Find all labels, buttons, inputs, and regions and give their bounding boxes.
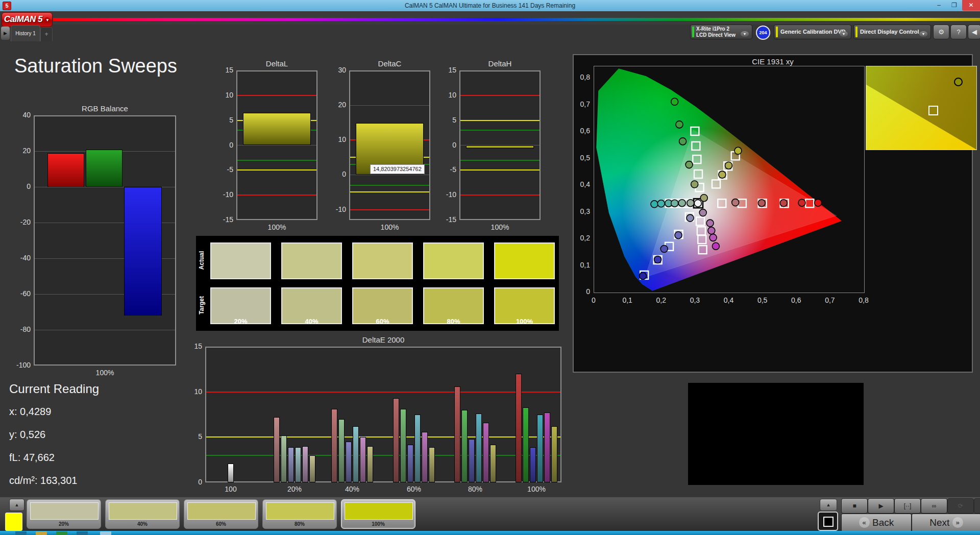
bar (483, 423, 489, 482)
swatch-col-label: 100% (494, 318, 555, 325)
pattern-card-label: 80% (263, 521, 336, 527)
tick-label: 0 (326, 170, 346, 178)
current-test-color-swatch[interactable] (5, 513, 22, 531)
limit-line (460, 95, 540, 96)
measure-point (780, 200, 787, 207)
tick-label: 30 (326, 66, 346, 74)
measure-point (671, 98, 678, 105)
back-button[interactable]: « Back (841, 514, 912, 532)
display-control-dropdown[interactable]: Direct Display Control ▼ (853, 25, 931, 39)
reading-count-badge[interactable]: 204 (756, 26, 770, 40)
swatch-col-label: 40% (281, 318, 342, 325)
limit-line (460, 169, 540, 171)
pattern-card-60%[interactable]: 60% (184, 499, 258, 529)
tick-label: -60 (10, 289, 31, 298)
grid-line (35, 330, 175, 330)
bar (530, 447, 536, 482)
tick-label: 0 (213, 141, 233, 149)
help-icon[interactable]: ? (950, 25, 967, 39)
swatch-row-label: Target (198, 287, 205, 323)
expand-up-button-left[interactable]: ▲ (9, 499, 24, 511)
pattern-card-label: 20% (27, 521, 101, 527)
measure-point (706, 220, 714, 227)
taskbar-icon-active[interactable] (100, 531, 111, 535)
cie-y-tick: 0,6 (571, 127, 590, 135)
taskbar-icon[interactable] (36, 531, 47, 535)
pattern-preview-window (688, 383, 864, 485)
tab-scroll-button[interactable]: ▶ (1, 27, 10, 40)
black-square-icon (823, 517, 834, 527)
tick-label: -15 (213, 215, 233, 224)
calman-window: 5 CalMAN 5 CalMAN Ultimate for Business … (0, 0, 980, 535)
measure-point (671, 200, 678, 207)
bar (393, 398, 399, 482)
measure-point (712, 242, 719, 250)
limit-line (350, 185, 429, 186)
taskbar-icon[interactable] (15, 531, 27, 535)
bar (360, 437, 366, 482)
window-title: CalMAN 5 CalMAN Ultimate for Business 14… (0, 2, 980, 9)
maximize-button[interactable]: ❐ (947, 0, 962, 11)
tick-label: 5 (436, 116, 456, 124)
pattern-window-toggle[interactable] (818, 512, 838, 531)
meter-dropdown[interactable]: X-Rite i1Pro 2 LCD Direct View ▼ (690, 25, 752, 39)
tick-label: 10 (182, 387, 202, 396)
expand-up-button-right[interactable]: ▲ (820, 499, 837, 511)
pattern-card-20%[interactable]: 20% (27, 499, 101, 529)
extra-button (974, 498, 980, 514)
taskbar-icon[interactable] (77, 531, 88, 535)
logo-dropdown-icon: ▼ (44, 17, 50, 23)
reading-cdm2: cd/m²: 163,301 (9, 475, 77, 487)
back-chevron-icon: « (859, 517, 870, 528)
tick-label: -5 (436, 165, 456, 174)
tab-add-button[interactable]: + (40, 27, 53, 41)
tick-label: -20 (10, 218, 31, 226)
x-axis-label: 20% (274, 485, 315, 493)
pattern-card-40%[interactable]: 40% (105, 499, 180, 529)
bar (274, 417, 280, 482)
minimize-button[interactable]: – (932, 0, 946, 11)
inset-target-square (928, 106, 938, 115)
x-axis-label: 100 (210, 485, 251, 493)
bar (302, 446, 308, 482)
bar (551, 426, 557, 482)
cie-y-tick: 0,7 (571, 100, 590, 108)
continuous-button[interactable]: ∞ (921, 498, 947, 514)
chevron-down-icon: ▼ (919, 31, 927, 37)
tick-label: 40 (10, 111, 31, 119)
collapse-panel-icon[interactable]: ◀ (968, 25, 980, 39)
meter-line2: LCD Direct View (696, 32, 736, 38)
bar (544, 412, 550, 482)
swatch-compare-panel: ActualTarget20%40%60%80%100% (196, 236, 559, 331)
settings-gear-icon[interactable]: ⚙ (933, 25, 949, 39)
limit-line (206, 436, 560, 437)
inset-measure-circle (954, 78, 963, 86)
pattern-card-80%[interactable]: 80% (262, 499, 337, 529)
cie-y-tick: 0,5 (571, 154, 590, 162)
page-title: Saturation Sweeps (14, 55, 177, 77)
cie-x-tick: 0,1 (617, 296, 638, 304)
play-button[interactable]: ▶ (868, 498, 894, 514)
source-dropdown[interactable]: Generic Calibration DVD ▼ (774, 25, 851, 39)
close-button[interactable]: ✕ (962, 0, 980, 11)
windows-taskbar[interactable] (0, 531, 980, 535)
bar (309, 455, 315, 482)
next-button[interactable]: Next » (912, 514, 980, 532)
swatch-actual (423, 242, 484, 279)
loop-range-button[interactable]: [··] (894, 498, 921, 514)
tick-label: 0 (436, 141, 456, 149)
pattern-card-100%[interactable]: 100% (341, 499, 415, 529)
next-chevron-icon: » (952, 517, 963, 528)
stop-button[interactable]: ■ (841, 498, 868, 514)
chevron-down-icon: ▼ (840, 31, 848, 37)
measure-point (700, 194, 707, 202)
x-axis-label: 100% (459, 223, 541, 231)
cie-title: CIE 1931 xy (573, 57, 973, 66)
measure-point (678, 200, 685, 207)
tick-label: 10 (326, 135, 346, 143)
tick-label: -10 (436, 190, 456, 199)
bar (422, 432, 428, 482)
chart-title: DeltaL (221, 59, 333, 68)
tab-history-1[interactable]: History 1 (11, 25, 40, 41)
taskbar-icon[interactable] (56, 531, 67, 535)
